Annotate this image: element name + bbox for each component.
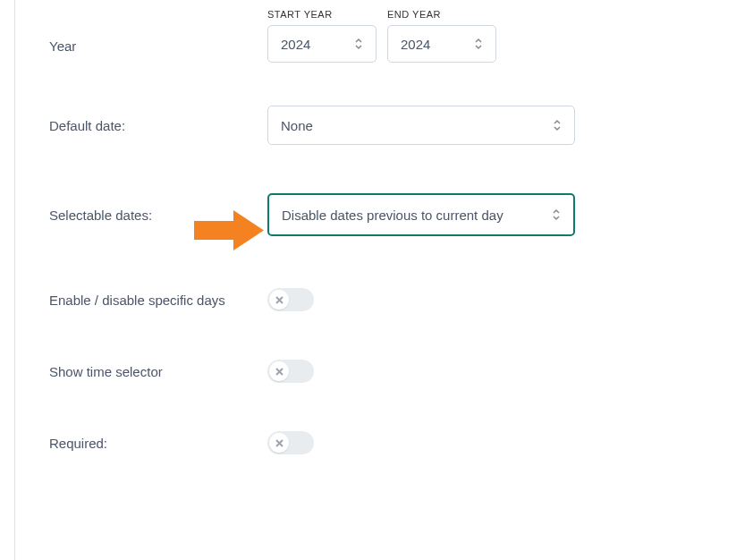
close-icon <box>275 296 283 304</box>
year-label: Year <box>49 38 267 63</box>
start-year-label: START YEAR <box>267 9 376 20</box>
default-date-value: None <box>281 118 313 133</box>
selectable-dates-value: Disable dates previous to current day <box>282 208 503 223</box>
default-date-dropdown[interactable]: None <box>267 106 575 145</box>
enable-disable-days-toggle[interactable] <box>267 288 314 311</box>
selectable-dates-dropdown[interactable]: Disable dates previous to current day <box>267 193 575 236</box>
chevron-updown-icon <box>474 38 483 50</box>
show-time-selector-label: Show time selector <box>49 364 267 379</box>
selectable-dates-label: Selectable dates: <box>49 208 267 223</box>
close-icon <box>275 368 283 376</box>
required-toggle[interactable] <box>267 431 314 454</box>
required-label: Required: <box>49 436 267 451</box>
chevron-updown-icon <box>354 38 363 50</box>
close-icon <box>275 439 283 447</box>
end-year-label: END YEAR <box>387 9 496 20</box>
default-date-label: Default date: <box>49 118 267 133</box>
enable-disable-days-label: Enable / disable specific days <box>49 293 267 308</box>
chevron-updown-icon <box>552 208 561 221</box>
end-year-value: 2024 <box>401 37 430 52</box>
start-year-dropdown[interactable]: 2024 <box>267 25 376 63</box>
end-year-dropdown[interactable]: 2024 <box>387 25 496 63</box>
show-time-selector-toggle[interactable] <box>267 360 314 383</box>
chevron-updown-icon <box>553 119 562 132</box>
start-year-value: 2024 <box>281 37 310 52</box>
